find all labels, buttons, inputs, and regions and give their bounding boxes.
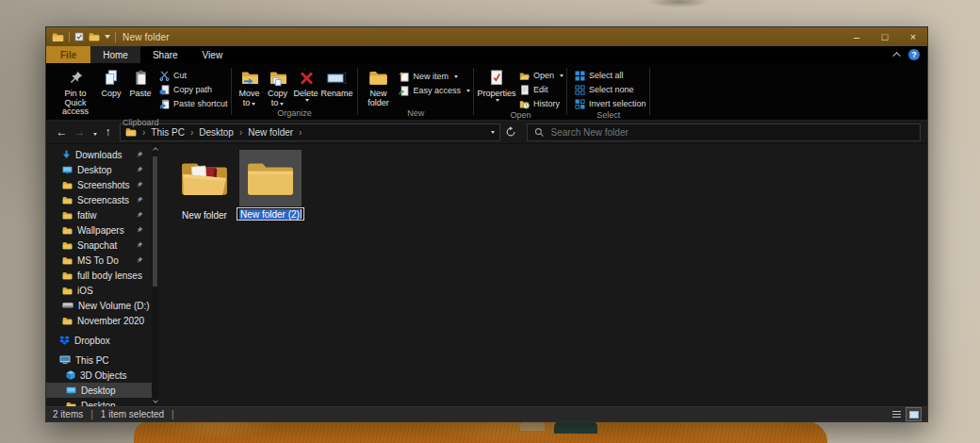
minimize-button[interactable]: – bbox=[842, 27, 871, 46]
dropdown-caret bbox=[466, 90, 470, 92]
sidebar-scrollbar[interactable] bbox=[152, 144, 158, 406]
cut-button[interactable]: Cut bbox=[158, 70, 228, 81]
breadcrumb-this-pc[interactable]: This PC bbox=[151, 127, 185, 138]
forward-button[interactable]: → bbox=[71, 126, 89, 138]
sidebar-item-screenshots[interactable]: Screenshots bbox=[46, 177, 152, 192]
tab-view[interactable]: View bbox=[190, 46, 236, 63]
status-bar: 2 items | 1 item selected | bbox=[46, 406, 927, 421]
easy-access-button[interactable]: Easy access bbox=[399, 85, 471, 96]
maximize-button[interactable]: □ bbox=[871, 27, 899, 46]
pin-icon bbox=[136, 256, 143, 264]
dropdown-caret bbox=[454, 75, 458, 78]
file-explorer-window: New folder – □ × File Home Share View ? … bbox=[45, 26, 928, 422]
qat-new-folder-icon[interactable] bbox=[89, 32, 100, 41]
scroll-up-icon[interactable] bbox=[153, 147, 158, 153]
rename-button[interactable]: Rename bbox=[320, 65, 354, 99]
properties-button[interactable]: Properties bbox=[478, 65, 515, 102]
sidebar-item-new-volume-d[interactable]: New Volume (D:) bbox=[46, 298, 152, 313]
address-history-caret[interactable] bbox=[491, 131, 495, 134]
file-tile-new-folder-2[interactable]: New folder (2) bbox=[239, 150, 302, 221]
qat-separator2 bbox=[115, 32, 116, 42]
group-label-open: Open bbox=[478, 109, 564, 121]
tab-share[interactable]: Share bbox=[140, 46, 190, 63]
dropdown-caret bbox=[252, 103, 255, 106]
recent-locations-caret[interactable] bbox=[89, 126, 99, 138]
new-folder-button[interactable]: New folder bbox=[362, 65, 396, 107]
dropbox-icon bbox=[59, 336, 70, 345]
copy-to-button[interactable]: Copy to bbox=[264, 65, 292, 107]
address-folder-icon bbox=[125, 127, 137, 137]
select-all-button[interactable]: Select all bbox=[574, 70, 646, 81]
sidebar-item-screencasts[interactable]: Screencasts bbox=[46, 192, 152, 207]
sidebar-item-desktop-folder[interactable]: Desktop bbox=[46, 398, 152, 406]
rename-input[interactable]: New folder (2) bbox=[237, 207, 304, 221]
paste-shortcut-button[interactable]: Paste shortcut bbox=[158, 98, 228, 109]
qat-properties-icon[interactable] bbox=[74, 32, 84, 41]
sidebar-item-full-body-lenses[interactable]: full body lenses bbox=[46, 268, 152, 283]
scrollbar-thumb[interactable] bbox=[153, 156, 157, 287]
invert-selection-button[interactable]: Invert selection bbox=[574, 98, 646, 109]
close-button[interactable]: × bbox=[899, 27, 927, 46]
folder-icon bbox=[62, 317, 73, 325]
paste-button[interactable]: Paste bbox=[125, 65, 155, 99]
pushpin-icon bbox=[68, 66, 84, 90]
pin-icon bbox=[136, 166, 143, 173]
scroll-down-icon[interactable] bbox=[153, 398, 158, 403]
back-button[interactable]: ← bbox=[53, 126, 71, 138]
breadcrumb-desktop[interactable]: Desktop bbox=[199, 127, 234, 138]
search-input[interactable] bbox=[551, 127, 913, 138]
minimize-ribbon-icon[interactable] bbox=[892, 52, 900, 59]
sidebar-item-ios[interactable]: iOS bbox=[46, 283, 152, 298]
file-tile-new-folder[interactable]: New folder bbox=[173, 150, 236, 221]
open-button[interactable]: Open bbox=[518, 70, 564, 81]
paste-shortcut-icon bbox=[158, 99, 170, 109]
tab-home[interactable]: Home bbox=[90, 46, 140, 63]
breadcrumb-new-folder[interactable]: New folder bbox=[248, 127, 293, 138]
dropdown-caret bbox=[280, 103, 284, 106]
sidebar-item-fatiw[interactable]: fatiw bbox=[46, 207, 152, 222]
ribbon-group-open: Properties Open Edi bbox=[474, 63, 567, 120]
text-cursor bbox=[301, 209, 302, 219]
delete-button[interactable]: Delete bbox=[292, 65, 320, 102]
details-view-button[interactable] bbox=[890, 408, 904, 420]
tab-file[interactable]: File bbox=[46, 46, 90, 63]
copy-path-button[interactable]: Copy path bbox=[158, 84, 228, 95]
qat-customize-caret[interactable] bbox=[105, 35, 110, 39]
file-list[interactable]: New folder New folder (2) bbox=[158, 144, 927, 406]
up-button[interactable]: ↑ bbox=[99, 126, 117, 138]
file-name: New folder bbox=[182, 210, 227, 221]
dropdown-caret bbox=[496, 99, 499, 102]
pin-to-quick-access-button[interactable]: Pin to Quick access bbox=[54, 65, 97, 117]
search-box[interactable] bbox=[527, 123, 921, 141]
sidebar-item-november-2020[interactable]: November 2020 bbox=[46, 313, 152, 328]
wallpaper-smudge bbox=[648, 0, 709, 8]
sidebar-item-this-pc[interactable]: This PC bbox=[46, 353, 152, 368]
crumb-separator: › bbox=[188, 127, 196, 138]
copy-button[interactable]: Copy bbox=[97, 65, 125, 99]
large-icons-view-icon bbox=[909, 411, 919, 418]
refresh-button[interactable] bbox=[500, 126, 521, 138]
properties-icon bbox=[489, 66, 504, 90]
title-bar: New folder – □ × bbox=[46, 27, 927, 46]
sidebar-item-dropbox[interactable]: Dropbox bbox=[46, 333, 152, 348]
sidebar-item-desktop-thispc[interactable]: Desktop bbox=[46, 383, 152, 398]
edit-button[interactable]: Edit bbox=[518, 84, 564, 95]
folder-icon bbox=[62, 241, 73, 250]
large-icons-view-button[interactable] bbox=[906, 408, 921, 420]
sidebar-item-wallpapers[interactable]: Wallpapers bbox=[46, 222, 152, 238]
new-item-button[interactable]: New item bbox=[399, 71, 471, 82]
select-none-button[interactable]: Select none bbox=[574, 84, 646, 95]
folder-icon bbox=[62, 226, 73, 235]
sidebar-item-desktop-quick[interactable]: Desktop bbox=[46, 162, 152, 177]
sidebar-item-downloads[interactable]: Downloads bbox=[46, 147, 152, 162]
move-to-button[interactable]: Move to bbox=[236, 65, 264, 107]
crumb-separator: › bbox=[296, 127, 304, 138]
group-label-new: New bbox=[362, 107, 471, 120]
sidebar-item-3d-objects[interactable]: 3D Objects bbox=[46, 368, 152, 383]
folder-icon bbox=[66, 402, 76, 407]
history-button[interactable]: History bbox=[518, 98, 564, 109]
sidebar-item-snapchat[interactable]: Snapchat bbox=[46, 238, 152, 253]
sidebar-item-ms-to-do[interactable]: MS To Do bbox=[46, 253, 152, 268]
this-pc-icon bbox=[59, 355, 71, 365]
help-icon[interactable]: ? bbox=[908, 49, 920, 60]
